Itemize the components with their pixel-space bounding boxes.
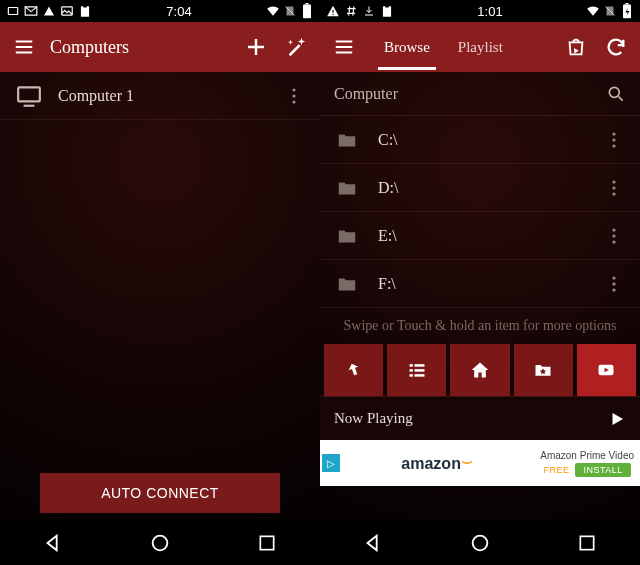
warning-icon [326, 4, 340, 18]
tab-browse[interactable]: Browse [370, 25, 444, 70]
svg-rect-13 [260, 536, 273, 549]
ad-choices-icon[interactable]: ▷ [322, 454, 340, 472]
nav-recent[interactable] [253, 529, 281, 557]
battery-charging-icon [620, 4, 634, 18]
nav-home[interactable] [466, 529, 494, 557]
toolbar: Browse Playlist [320, 22, 640, 72]
drive-label: F:\ [370, 275, 602, 293]
svg-rect-14 [332, 10, 333, 13]
svg-rect-37 [409, 369, 412, 372]
monitor-icon [14, 83, 50, 109]
svg-rect-36 [414, 364, 424, 367]
folder-icon [334, 225, 370, 247]
drive-row[interactable]: C:\ [320, 116, 640, 164]
svg-point-27 [612, 186, 615, 189]
svg-rect-35 [409, 364, 412, 367]
drive-row[interactable]: D:\ [320, 164, 640, 212]
svg-point-11 [292, 100, 295, 103]
computer-row[interactable]: Computer 1 [0, 72, 320, 120]
refresh-button[interactable] [602, 33, 630, 61]
svg-point-22 [609, 87, 619, 97]
svg-rect-3 [83, 5, 87, 7]
download-icon [362, 4, 376, 18]
wifi-icon [586, 4, 600, 18]
nav-back[interactable] [359, 529, 387, 557]
svg-point-28 [612, 192, 615, 195]
svg-rect-38 [414, 369, 424, 372]
tab-playlist[interactable]: Playlist [444, 25, 517, 70]
drive-label: C:\ [370, 131, 602, 149]
ad-install-button[interactable]: INSTALL [575, 463, 630, 477]
svg-point-10 [292, 94, 295, 97]
folder-icon [334, 129, 370, 151]
drive-label: D:\ [370, 179, 602, 197]
more-button[interactable] [282, 88, 306, 104]
wifi-icon [266, 4, 280, 18]
ad-free-label: FREE [543, 465, 569, 475]
svg-rect-21 [625, 3, 628, 5]
svg-rect-43 [580, 536, 593, 549]
drive-row[interactable]: F:\ [320, 260, 640, 308]
svg-rect-39 [409, 374, 412, 377]
battery-icon [300, 4, 314, 18]
menu-button[interactable] [330, 33, 358, 61]
svg-rect-15 [332, 14, 333, 15]
wand-button[interactable] [282, 33, 310, 61]
ad-title: Amazon Prime Video [540, 450, 634, 461]
status-time: 1:01 [477, 4, 502, 19]
svg-rect-0 [8, 8, 17, 15]
ad-brand-logo: amazon⌣ [340, 440, 534, 486]
up-button[interactable] [324, 344, 383, 396]
toolbar: Computers [0, 22, 320, 72]
now-playing-label: Now Playing [334, 410, 608, 427]
svg-rect-8 [18, 87, 40, 101]
svg-rect-7 [305, 3, 308, 5]
svg-point-30 [612, 234, 615, 237]
more-button[interactable] [602, 132, 626, 148]
image-icon [60, 4, 74, 18]
hint-text: Swipe or Touch & hold an item for more o… [320, 308, 640, 344]
phone-right: 1:01 Browse Playlist Computer C:\ [320, 0, 640, 565]
nav-back[interactable] [39, 529, 67, 557]
hash-icon [344, 4, 358, 18]
svg-point-23 [612, 132, 615, 135]
status-bar: 7:04 [0, 0, 320, 22]
svg-point-24 [612, 138, 615, 141]
search-label: Computer [334, 85, 606, 103]
search-row[interactable]: Computer [320, 72, 640, 116]
auto-connect-button[interactable]: AUTO CONNECT [40, 473, 280, 513]
svg-point-12 [153, 536, 168, 551]
navbar [0, 521, 320, 565]
more-button[interactable] [602, 276, 626, 292]
svg-point-34 [612, 288, 615, 291]
svg-rect-17 [385, 5, 389, 7]
drive-row[interactable]: E:\ [320, 212, 640, 260]
toolbar-title: Computers [50, 37, 230, 58]
folder-icon [334, 177, 370, 199]
menu-button[interactable] [10, 33, 38, 61]
svg-rect-40 [414, 374, 424, 377]
more-button[interactable] [602, 180, 626, 196]
video-button[interactable] [577, 344, 636, 396]
folder-icon [334, 273, 370, 295]
now-playing-bar[interactable]: Now Playing [320, 396, 640, 440]
svg-point-26 [612, 180, 615, 183]
ad-banner[interactable]: ▷ amazon⌣ Amazon Prime Video FREE INSTAL… [320, 440, 640, 486]
search-icon[interactable] [606, 84, 626, 104]
list-button[interactable] [387, 344, 446, 396]
shop-button[interactable] [562, 33, 590, 61]
more-button[interactable] [602, 228, 626, 244]
nav-recent[interactable] [573, 529, 601, 557]
nav-home[interactable] [146, 529, 174, 557]
home-button[interactable] [450, 344, 509, 396]
bottom-toolbar [320, 344, 640, 396]
content-body: Computer 1 AUTO CONNECT [0, 72, 320, 521]
add-button[interactable] [242, 33, 270, 61]
no-sim-icon [603, 4, 617, 18]
play-icon[interactable] [608, 410, 626, 428]
computer-label: Computer 1 [50, 87, 282, 105]
favorites-button[interactable] [514, 344, 573, 396]
status-bar: 1:01 [320, 0, 640, 22]
svg-rect-6 [303, 5, 311, 19]
navbar [320, 521, 640, 565]
